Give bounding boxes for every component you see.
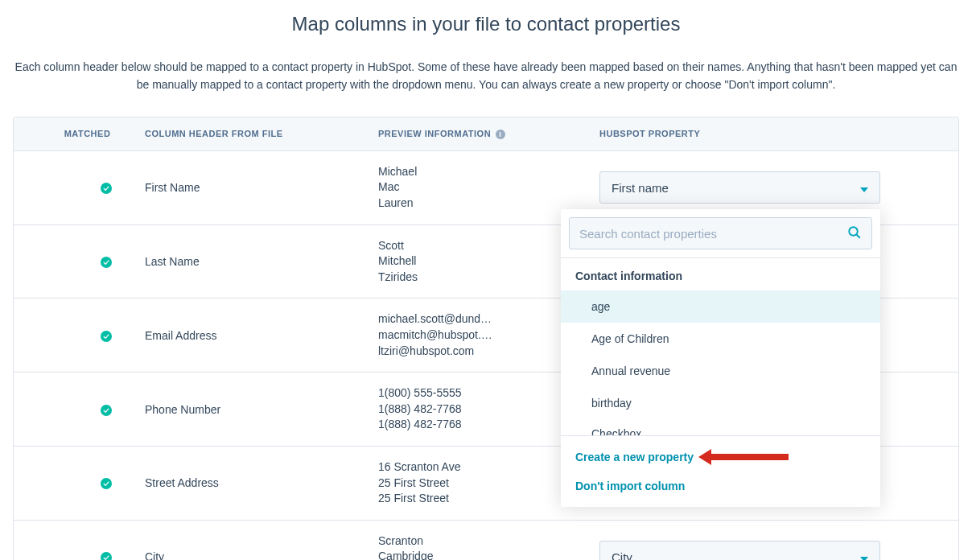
create-property-link[interactable]: Create a new property <box>561 443 880 471</box>
info-icon[interactable]: i <box>496 130 505 139</box>
dropdown-option[interactable]: Annual revenue <box>561 355 880 387</box>
column-header-text: City <box>145 550 164 560</box>
chevron-down-icon <box>860 181 868 195</box>
column-header-text: Last Name <box>145 255 200 268</box>
table-row: City Scranton Cambridge Cambridge City <box>14 521 958 560</box>
chevron-down-icon <box>860 550 868 560</box>
property-select[interactable]: First name <box>599 171 880 204</box>
dropdown-options: Contact information age Age of Children … <box>561 258 880 435</box>
search-input[interactable] <box>579 227 847 241</box>
dropdown-option[interactable]: Checkbox <box>561 419 880 435</box>
column-header-text: First Name <box>145 181 200 194</box>
search-input-wrap <box>569 217 872 249</box>
property-select[interactable]: City <box>599 541 880 560</box>
column-header-text: Phone Number <box>145 403 220 416</box>
dropdown-group-label: Contact information <box>561 258 880 290</box>
header-preview: PREVIEW INFORMATION i <box>372 117 593 150</box>
column-header-text: Email Address <box>145 329 216 342</box>
preview-list: Scott Mitchell Tzirides <box>372 225 593 299</box>
preview-list: 16 Scranton Ave 25 First Street 25 First… <box>372 447 593 520</box>
check-icon <box>101 183 112 194</box>
search-icon <box>847 225 862 242</box>
svg-point-0 <box>849 227 858 236</box>
check-icon <box>101 478 112 489</box>
property-dropdown-panel: Contact information age Age of Children … <box>561 209 880 507</box>
check-icon <box>101 405 112 416</box>
dropdown-option[interactable]: birthday <box>561 387 880 419</box>
preview-list: Michael Mac Lauren <box>372 151 593 224</box>
page-title: Map columns in your file to contact prop… <box>0 13 972 35</box>
table-header-row: MATCHED COLUMN HEADER FROM FILE PREVIEW … <box>14 117 958 151</box>
column-header-text: Street Address <box>145 476 219 489</box>
preview-list: michael.scott@dund… macmitch@hubspot.… l… <box>372 299 593 372</box>
page-description: Each column header below should be mappe… <box>0 58 972 94</box>
check-icon <box>101 552 112 560</box>
header-property: HUBSPOT PROPERTY <box>593 117 958 150</box>
svg-line-1 <box>856 234 860 238</box>
check-icon <box>101 331 112 342</box>
preview-list: 1(800) 555-5555 1(888) 482-7768 1(888) 4… <box>372 373 593 446</box>
dont-import-link[interactable]: Don't import column <box>561 471 880 500</box>
header-matched: MATCHED <box>14 117 138 150</box>
check-icon <box>101 257 112 268</box>
dropdown-option[interactable]: Age of Children <box>561 323 880 355</box>
dropdown-option[interactable]: age <box>561 290 880 323</box>
preview-list: Scranton Cambridge Cambridge <box>372 521 593 560</box>
header-column: COLUMN HEADER FROM FILE <box>138 117 372 150</box>
